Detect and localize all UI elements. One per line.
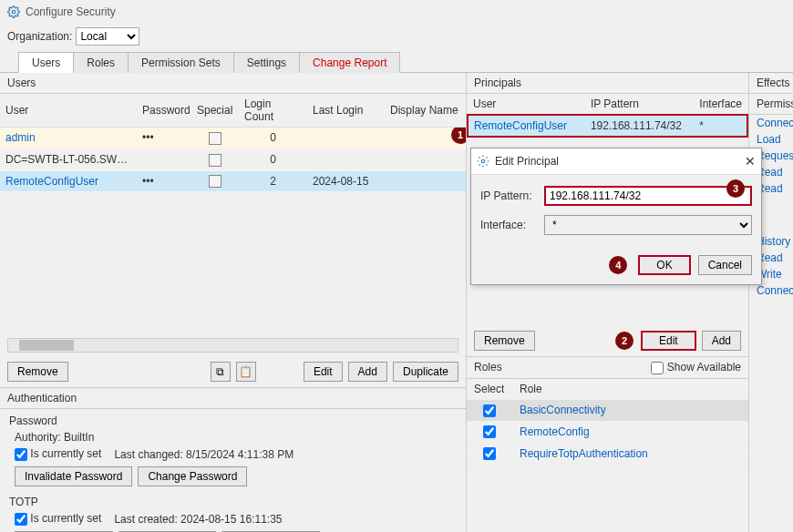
table-row[interactable]: RequireTotpAuthentication [467,443,748,465]
totp-label: TOTP [9,496,457,508]
last-changed-text: Last changed: 8/15/2024 4:11:38 PM [114,448,294,461]
cancel-button[interactable]: Cancel [698,255,752,275]
left-column: Users User Password Special Login Count … [0,73,467,532]
remove-button[interactable]: Remove [474,331,535,351]
password-label: Password [9,414,457,427]
ip-pattern-input[interactable] [544,186,752,206]
marker-3: 3 [726,179,745,198]
roles-head: Roles Show Available [467,356,748,379]
col-display-name[interactable]: Display Name [385,94,466,128]
add-button[interactable]: Add [348,362,387,382]
interface-select[interactable]: * [544,215,752,235]
marker-1: 1 [451,128,466,145]
add-button[interactable]: Add [702,331,741,351]
show-available-checkbox[interactable]: Show Available [651,361,741,374]
organization-row: Organization: Local [0,24,793,51]
ok-button[interactable]: OK [638,255,690,275]
col-interface[interactable]: Interface [694,94,747,115]
is-currently-set-pw[interactable]: Is currently set [15,447,101,461]
tab-strip: Users Roles Permission Sets Settings Cha… [0,51,793,73]
users-head: Users [0,73,466,94]
authentication-head: Authentication [0,387,466,409]
is-currently-set-totp[interactable]: Is currently set [15,512,101,526]
gear-icon [477,155,489,168]
edit-button[interactable]: Edit [641,331,696,351]
edit-button[interactable]: Edit [304,362,343,382]
col-special[interactable]: Special [191,94,239,128]
col-select[interactable]: Select [467,379,512,400]
col-p-user[interactable]: User [468,94,585,115]
svg-point-0 [12,10,15,14]
col-role[interactable]: Role [512,379,748,400]
middle-column: Principals User IP Pattern Interface Rem… [467,73,749,532]
tab-users[interactable]: Users [18,52,74,73]
organization-label: Organization: [7,30,72,43]
organization-select[interactable]: Local [76,27,139,46]
marker-2: 2 [615,332,633,350]
checkbox-icon [209,154,221,167]
right-column: Effects Permission Connect Load Request … [749,73,793,532]
tab-settings[interactable]: Settings [233,52,300,73]
invalidate-password-button[interactable]: Invalidate Password [15,466,132,486]
roles-label: Roles [474,361,502,373]
role-checkbox[interactable] [483,447,496,460]
close-icon[interactable]: ✕ [745,154,756,169]
principals-table[interactable]: User IP Pattern Interface RemoteConfigUs… [467,94,748,138]
dialog-title: Edit Principal [495,155,559,168]
table-row[interactable]: admin ••• 0 1 [0,128,466,149]
remove-button[interactable]: Remove [7,362,68,382]
horizontal-scrollbar[interactable] [7,338,458,353]
tab-permission-sets[interactable]: Permission Sets [128,52,234,73]
edit-principal-dialog: Edit Principal ✕ 3 IP Pattern: Interface… [470,148,762,285]
last-created-text: Last created: 2024-08-15 16:11:35 [114,513,282,526]
col-user[interactable]: User [0,94,137,128]
title-bar: Configure Security [0,0,793,24]
ip-pattern-label: IP Pattern: [480,189,544,202]
table-row[interactable]: BasicConnectivity [467,399,748,421]
table-row[interactable]: DC=SWTB-LT-056.SWTBO 0 [0,148,466,170]
tab-roles[interactable]: Roles [73,52,129,73]
checkbox-icon [209,175,221,188]
list-item[interactable]: Load [749,131,793,148]
duplicate-button[interactable]: Duplicate [393,362,458,382]
table-row[interactable]: RemoteConfig [467,421,748,443]
copy-icon-button[interactable]: ⧉ [211,362,231,382]
role-checkbox[interactable] [483,425,496,438]
interface-label: Interface: [480,219,544,231]
col-password[interactable]: Password [137,94,191,128]
window-title: Configure Security [26,5,116,18]
principals-head: Principals [467,73,748,94]
col-login-count[interactable]: Login Count [239,94,307,128]
gear-icon [7,5,20,18]
users-table[interactable]: User Password Special Login Count Last L… [0,94,466,192]
tab-change-report[interactable]: Change Report [299,52,400,73]
effects-head: Effects [749,73,793,94]
roles-table[interactable]: Select Role BasicConnectivity RemoteConf… [467,379,748,465]
table-row[interactable]: RemoteConfigUser ••• 2 2024-08-15 [0,170,466,192]
change-password-button[interactable]: Change Password [138,466,247,486]
users-button-row: Remove ⧉ 📋 Edit Add Duplicate [0,356,466,387]
paste-icon-button[interactable]: 📋 [236,362,256,382]
marker-4: 4 [609,256,627,274]
col-ip-pattern[interactable]: IP Pattern [585,94,694,115]
checkbox-icon [209,132,221,145]
authority-text: Authority: BuiltIn [15,431,457,444]
table-row[interactable]: RemoteConfigUser 192.168.111.74/32 * [468,115,747,137]
dialog-title-bar[interactable]: Edit Principal ✕ [471,148,761,175]
list-item[interactable]: Connect [749,115,793,131]
col-last-login[interactable]: Last Login [307,94,385,128]
principals-button-row: Remove 2 Edit Add [467,325,748,356]
effects-col: Permission [749,94,793,115]
role-checkbox[interactable] [483,404,496,417]
svg-point-1 [481,159,485,163]
